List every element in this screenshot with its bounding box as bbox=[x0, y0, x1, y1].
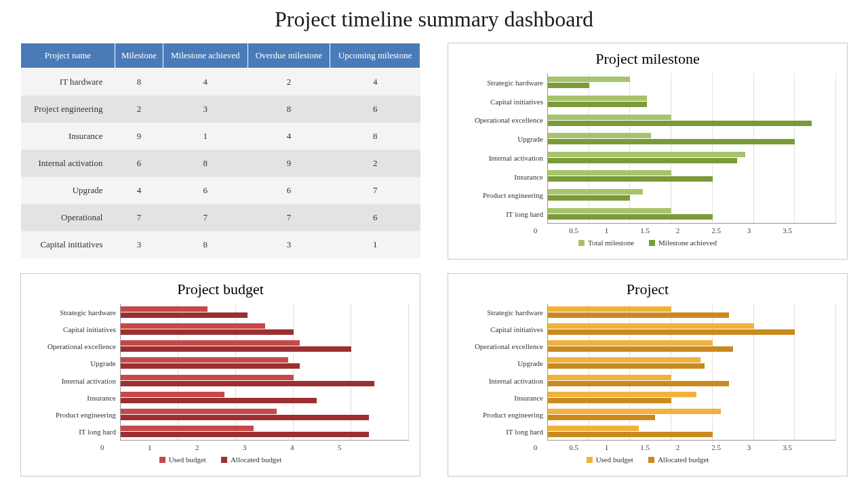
x-axis-tick: 1.5 bbox=[640, 443, 676, 451]
x-axis-tick: 2.5 bbox=[711, 443, 747, 451]
dashboard-grid: Project nameMilestoneMilestone achievedO… bbox=[20, 43, 848, 476]
table-cell: Upgrade bbox=[21, 177, 115, 204]
table-header: Milestone bbox=[115, 43, 163, 68]
chart-bar bbox=[121, 357, 288, 363]
table-row: Operational7776 bbox=[21, 204, 420, 231]
table-cell: Capital initiatives bbox=[21, 231, 115, 258]
table-cell: 8 bbox=[248, 96, 330, 123]
table-cell: Operational bbox=[21, 204, 115, 231]
legend-label: Used budget bbox=[169, 455, 206, 464]
legend-label: Allocated budget bbox=[231, 455, 281, 464]
y-axis-label: Upgrade bbox=[459, 359, 543, 367]
table-row: Upgrade4667 bbox=[21, 177, 420, 204]
chart-bar bbox=[548, 346, 733, 352]
chart-bar bbox=[121, 398, 317, 403]
table-cell: 4 bbox=[248, 123, 330, 150]
chart-title: Project bbox=[459, 281, 836, 298]
y-axis-label: IT long hard bbox=[459, 428, 543, 436]
x-axis-tick: 0.5 bbox=[569, 443, 605, 451]
chart-bar bbox=[548, 133, 651, 138]
chart-bar bbox=[121, 432, 369, 437]
chart-bar bbox=[548, 83, 589, 88]
x-axis-tick: 0.5 bbox=[569, 226, 605, 235]
table-header: Milestone achieved bbox=[163, 43, 248, 68]
x-axis-tick: 1.5 bbox=[640, 226, 676, 235]
chart-bar bbox=[548, 306, 671, 312]
legend-label: Used budget bbox=[596, 455, 633, 464]
y-axis-label: Operational excellence bbox=[459, 116, 543, 124]
y-axis-label: Internal activation bbox=[32, 377, 116, 385]
chart-bar bbox=[121, 312, 248, 318]
chart-bar bbox=[548, 102, 647, 107]
table-cell: 2 bbox=[248, 68, 330, 96]
y-axis-label: Product engineering bbox=[459, 191, 543, 199]
chart-bar bbox=[548, 176, 713, 182]
table-cell: 3 bbox=[115, 231, 163, 258]
table-cell: 8 bbox=[330, 123, 420, 150]
table-row: IT hardware8424 bbox=[21, 68, 420, 96]
y-axis-label: Operational excellence bbox=[32, 342, 116, 350]
table-cell: 4 bbox=[330, 68, 420, 96]
chart-bar bbox=[121, 346, 351, 352]
y-axis-label: Insurance bbox=[459, 394, 543, 402]
table-panel: Project nameMilestoneMilestone achievedO… bbox=[20, 43, 420, 260]
project-chart-panel: Project Strategic hardwareCapital initia… bbox=[448, 273, 848, 476]
y-axis-label: Product engineering bbox=[32, 411, 116, 419]
chart-bar bbox=[548, 208, 671, 214]
legend-label: Milestone achieved bbox=[658, 239, 717, 247]
table-cell: 8 bbox=[163, 231, 248, 258]
budget-chart-panel: Project budget Strategic hardwareCapital… bbox=[20, 273, 420, 476]
chart-bar bbox=[548, 121, 812, 126]
table-cell: 8 bbox=[115, 68, 163, 96]
table-cell: 6 bbox=[115, 150, 163, 177]
table-cell: 8 bbox=[163, 150, 248, 177]
chart-bar bbox=[121, 415, 369, 420]
table-cell: 6 bbox=[330, 96, 420, 123]
chart-bar bbox=[121, 329, 294, 335]
chart-legend: Used budgetAllocated budget bbox=[459, 455, 836, 464]
chart-bar bbox=[121, 306, 208, 312]
x-axis-tick: 3 bbox=[243, 443, 290, 451]
table-row: Insurance9148 bbox=[21, 123, 420, 150]
legend-item: Allocated budget bbox=[221, 455, 281, 464]
y-axis-label: Internal activation bbox=[459, 154, 543, 162]
x-axis-tick: 2 bbox=[195, 443, 243, 451]
y-axis-label: Capital initiatives bbox=[32, 325, 116, 333]
table-cell: 1 bbox=[163, 123, 248, 150]
x-axis-tick: 3 bbox=[747, 226, 783, 235]
x-axis-tick: 3.5 bbox=[783, 226, 818, 235]
x-axis-tick: 1 bbox=[605, 443, 641, 451]
chart-bar bbox=[548, 312, 729, 318]
chart-bar bbox=[121, 323, 265, 329]
chart-bar bbox=[121, 375, 294, 380]
table-cell: 4 bbox=[163, 68, 248, 96]
chart-plot-area bbox=[120, 304, 409, 441]
chart-bar bbox=[548, 115, 671, 120]
x-axis-tick: 0 bbox=[534, 226, 570, 235]
y-axis-label: IT long hard bbox=[32, 428, 116, 436]
legend-item: Milestone achieved bbox=[649, 239, 717, 247]
table-row: Internal activation6892 bbox=[21, 150, 420, 177]
table-header: Upcoming milestone bbox=[330, 43, 420, 68]
x-axis-tick: 2 bbox=[676, 226, 712, 235]
legend-swatch-icon bbox=[648, 457, 654, 463]
table-cell: 7 bbox=[115, 204, 163, 231]
table-row: Project engineering2386 bbox=[21, 96, 420, 123]
x-axis-tick: 3.5 bbox=[783, 443, 818, 451]
project-table: Project nameMilestoneMilestone achievedO… bbox=[20, 43, 420, 258]
x-axis-tick: 0 bbox=[100, 443, 148, 451]
x-axis-tick: 2 bbox=[676, 443, 712, 451]
y-axis-label: Upgrade bbox=[32, 359, 116, 367]
chart-bar bbox=[121, 340, 300, 346]
x-axis-tick: 3 bbox=[747, 443, 783, 451]
y-axis-label: Strategic hardware bbox=[459, 79, 543, 87]
chart-bar bbox=[548, 214, 713, 220]
chart-bar bbox=[548, 152, 745, 157]
x-axis-tick: 1 bbox=[148, 443, 195, 451]
chart-bar bbox=[548, 398, 671, 403]
chart-bar bbox=[548, 189, 643, 195]
legend-item: Used budget bbox=[587, 455, 633, 464]
table-cell: 7 bbox=[330, 177, 420, 204]
chart-plot-area bbox=[547, 73, 836, 224]
chart-plot-area bbox=[547, 304, 836, 441]
